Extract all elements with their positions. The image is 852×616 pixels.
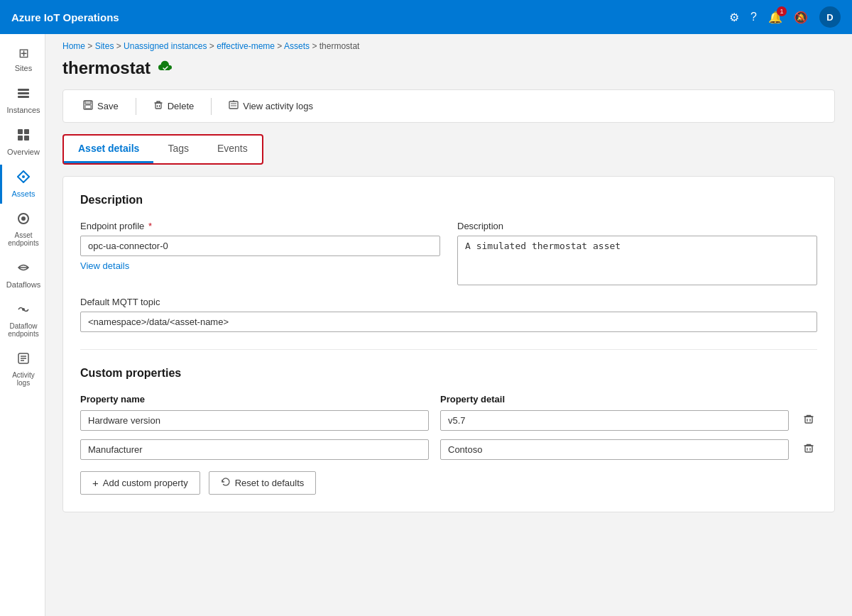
alert-icon[interactable]: 🔕 bbox=[794, 11, 808, 24]
settings-icon[interactable]: ⚙ bbox=[729, 11, 739, 24]
dataflow-endpoints-icon bbox=[17, 303, 30, 319]
mqtt-label: Default MQTT topic bbox=[80, 297, 817, 307]
svg-rect-19 bbox=[85, 105, 91, 109]
prop-name-1[interactable] bbox=[80, 439, 429, 460]
topbar-icons: ⚙ ? 🔔 1 🔕 D bbox=[729, 6, 841, 28]
svg-rect-2 bbox=[18, 96, 29, 98]
save-icon bbox=[83, 100, 93, 112]
svg-rect-4 bbox=[24, 129, 29, 134]
delete-icon bbox=[153, 100, 163, 112]
svg-rect-23 bbox=[229, 101, 238, 109]
breadcrumb-effective-meme[interactable]: effective-meme bbox=[217, 41, 275, 51]
tab-events[interactable]: Events bbox=[203, 136, 262, 163]
delete-button[interactable]: Delete bbox=[145, 96, 203, 116]
custom-props-header: Property name Property detail bbox=[80, 394, 817, 405]
notification-icon[interactable]: 🔔 1 bbox=[768, 11, 782, 24]
svg-rect-6 bbox=[24, 136, 29, 141]
sidebar-item-assets[interactable]: Assets bbox=[0, 165, 45, 204]
sidebar-label-overview: Overview bbox=[7, 148, 40, 156]
prop-detail-1[interactable] bbox=[440, 439, 789, 460]
delete-prop-1[interactable] bbox=[800, 440, 817, 459]
custom-prop-row-0 bbox=[80, 410, 817, 431]
add-custom-property-label: Add custom property bbox=[103, 478, 188, 488]
sidebar-item-dataflow-endpoints[interactable]: Dataflow endpoints bbox=[0, 297, 45, 343]
svg-rect-3 bbox=[18, 129, 23, 134]
mqtt-input[interactable] bbox=[80, 312, 817, 332]
instances-icon bbox=[17, 87, 30, 103]
notification-badge: 1 bbox=[777, 6, 787, 16]
sidebar-item-overview[interactable]: Overview bbox=[0, 123, 45, 162]
breadcrumb-sep-3: > bbox=[209, 41, 217, 51]
assets-icon bbox=[17, 170, 30, 187]
topbar: Azure IoT Operations ⚙ ? 🔔 1 🔕 D bbox=[0, 0, 852, 34]
reset-icon bbox=[221, 477, 231, 489]
page-header: thermostat bbox=[45, 51, 852, 89]
breadcrumb-sep-5: > bbox=[312, 41, 319, 51]
mqtt-group: Default MQTT topic bbox=[80, 297, 817, 332]
form-row-1: Endpoint profile * View details Descript… bbox=[80, 221, 817, 285]
custom-properties-title: Custom properties bbox=[80, 367, 817, 380]
help-icon[interactable]: ? bbox=[750, 11, 757, 23]
endpoint-profile-input[interactable] bbox=[80, 236, 440, 256]
view-activity-button[interactable]: View activity logs bbox=[220, 96, 322, 116]
breadcrumb-current: thermostat bbox=[320, 41, 360, 51]
description-textarea[interactable]: A simulated thermostat asset bbox=[457, 236, 817, 285]
user-avatar[interactable]: D bbox=[819, 6, 841, 28]
sidebar-label-sites: Sites bbox=[15, 64, 32, 72]
save-button[interactable]: Save bbox=[75, 96, 127, 116]
sidebar-label-dataflow-endpoints: Dataflow endpoints bbox=[5, 322, 42, 338]
reset-defaults-button[interactable]: Reset to defaults bbox=[209, 471, 317, 495]
tab-asset-details[interactable]: Asset details bbox=[64, 136, 153, 163]
svg-rect-18 bbox=[85, 101, 91, 104]
main-content: Home > Sites > Unassigned instances > ef… bbox=[45, 34, 852, 616]
delete-label: Delete bbox=[168, 101, 195, 111]
breadcrumb-unassigned[interactable]: Unassigned instances bbox=[124, 41, 207, 51]
prop-name-0[interactable] bbox=[80, 410, 429, 431]
sidebar-item-instances[interactable]: Instances bbox=[0, 81, 45, 120]
add-custom-property-button[interactable]: + Add custom property bbox=[80, 471, 200, 495]
svg-rect-20 bbox=[155, 103, 161, 109]
svg-rect-0 bbox=[18, 89, 29, 91]
prop-detail-0[interactable] bbox=[440, 410, 789, 431]
sidebar-label-instances: Instances bbox=[6, 106, 40, 114]
description-title: Description bbox=[80, 194, 817, 207]
svg-rect-26 bbox=[805, 417, 812, 423]
sidebar-label-activity-logs: Activity logs bbox=[5, 371, 42, 387]
svg-rect-5 bbox=[18, 136, 23, 141]
svg-point-10 bbox=[21, 216, 26, 221]
view-details-link[interactable]: View details bbox=[80, 260, 440, 271]
required-asterisk: * bbox=[148, 221, 152, 231]
cloud-status-icon bbox=[158, 60, 173, 77]
breadcrumb-sites[interactable]: Sites bbox=[95, 41, 114, 51]
toolbar-divider-1 bbox=[136, 98, 136, 115]
section-divider bbox=[80, 349, 817, 350]
svg-point-12 bbox=[22, 308, 25, 311]
save-label: Save bbox=[97, 101, 119, 111]
breadcrumb-sep-2: > bbox=[116, 41, 124, 51]
custom-prop-row-1 bbox=[80, 439, 817, 460]
breadcrumb-home[interactable]: Home bbox=[62, 41, 85, 51]
sidebar-item-dataflows[interactable]: Dataflows bbox=[0, 255, 45, 295]
asset-endpoints-icon bbox=[17, 212, 30, 229]
breadcrumb: Home > Sites > Unassigned instances > ef… bbox=[45, 34, 852, 51]
svg-point-8 bbox=[22, 175, 25, 178]
app-title: Azure IoT Operations bbox=[11, 11, 729, 23]
custom-properties-section: Custom properties Property name Property… bbox=[80, 367, 817, 495]
activity-icon bbox=[229, 100, 239, 112]
sidebar-item-asset-endpoints[interactable]: Asset endpoints bbox=[0, 207, 45, 253]
dataflows-icon bbox=[17, 261, 30, 277]
reset-defaults-label: Reset to defaults bbox=[235, 478, 305, 488]
breadcrumb-sep-4: > bbox=[277, 41, 284, 51]
sites-icon: ⊞ bbox=[18, 45, 29, 61]
description-field-label: Description bbox=[457, 221, 817, 231]
breadcrumb-assets[interactable]: Assets bbox=[284, 41, 310, 51]
bottom-actions: + Add custom property Reset to defaults bbox=[80, 471, 817, 495]
description-section: Description Endpoint profile * View deta… bbox=[80, 194, 817, 332]
sidebar-item-sites[interactable]: ⊞ Sites bbox=[0, 40, 45, 78]
content-card: Description Endpoint profile * View deta… bbox=[62, 176, 835, 512]
delete-prop-0[interactable] bbox=[800, 411, 817, 430]
view-activity-label: View activity logs bbox=[243, 101, 313, 111]
tab-tags[interactable]: Tags bbox=[153, 136, 203, 163]
sidebar-item-activity-logs[interactable]: Activity logs bbox=[0, 346, 45, 392]
page-title: thermostat bbox=[62, 58, 151, 78]
